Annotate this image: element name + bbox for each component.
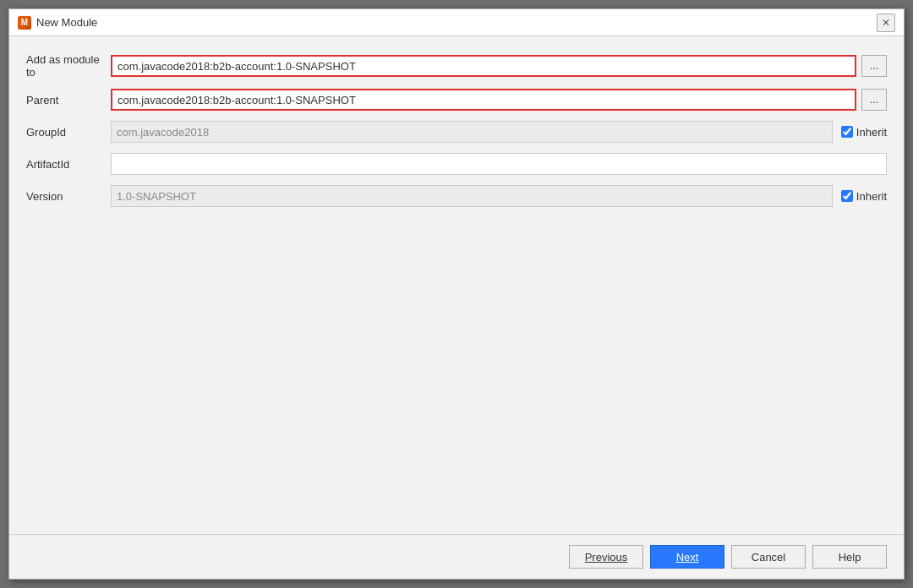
version-inherit-label: Inherit xyxy=(856,190,887,203)
version-label: Version xyxy=(26,190,111,203)
version-inherit-checkbox[interactable] xyxy=(841,190,853,202)
group-id-inherit-group: Inherit xyxy=(841,126,887,139)
dialog-title: New Module xyxy=(36,16,97,29)
group-id-inherit-label: Inherit xyxy=(856,126,887,139)
add-as-module-input[interactable] xyxy=(111,55,856,77)
artifact-id-input[interactable] xyxy=(111,153,887,175)
previous-button[interactable]: Previous xyxy=(569,545,643,569)
form-content: Add as module to ... Parent ... GroupId … xyxy=(9,36,904,534)
app-icon: M xyxy=(18,16,31,30)
next-button[interactable]: Next xyxy=(650,545,724,569)
parent-row: Parent ... xyxy=(26,89,887,111)
group-id-input[interactable] xyxy=(111,121,833,143)
version-input-group: Inherit xyxy=(111,185,887,207)
group-id-label: GroupId xyxy=(26,126,111,139)
group-id-inherit-checkbox[interactable] xyxy=(841,126,853,138)
add-as-module-label: Add as module to xyxy=(26,53,111,79)
close-button[interactable]: ✕ xyxy=(877,14,895,32)
title-bar-left: M New Module xyxy=(18,16,97,30)
add-as-module-browse-button[interactable]: ... xyxy=(861,55,887,77)
version-input[interactable] xyxy=(111,185,833,207)
title-bar: M New Module ✕ xyxy=(9,9,904,36)
help-button[interactable]: Help xyxy=(812,545,887,569)
parent-browse-button[interactable]: ... xyxy=(861,89,887,111)
artifact-id-input-group xyxy=(111,153,887,175)
artifact-id-label: ArtifactId xyxy=(26,158,111,171)
version-row: Version Inherit xyxy=(26,185,887,207)
footer: Previous Next Cancel Help xyxy=(9,534,904,579)
group-id-input-group: Inherit xyxy=(111,121,887,143)
cancel-button[interactable]: Cancel xyxy=(731,545,806,569)
artifact-id-row: ArtifactId xyxy=(26,153,887,175)
group-id-row: GroupId Inherit xyxy=(26,121,887,143)
add-as-module-row: Add as module to ... xyxy=(26,53,887,79)
parent-input-group: ... xyxy=(111,89,887,111)
parent-input[interactable] xyxy=(111,89,856,111)
new-module-dialog: M New Module ✕ Add as module to ... Pare… xyxy=(8,8,905,580)
parent-label: Parent xyxy=(26,94,111,106)
version-inherit-group: Inherit xyxy=(841,190,887,203)
add-as-module-input-group: ... xyxy=(111,55,887,77)
